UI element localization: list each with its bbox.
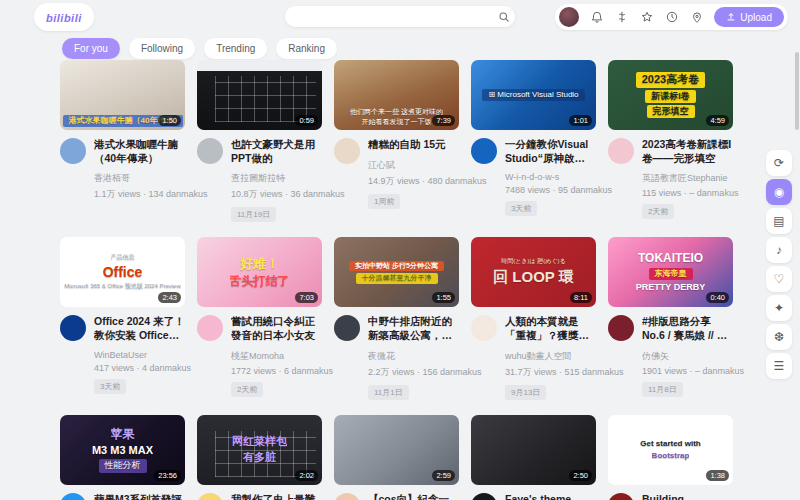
video-card: 0:59 也許文豪野犬是用PPT做的 查拉圖斯拉特 10.8万 views · …	[197, 60, 322, 222]
video-card: Get started withBootstrap 1:38 Building …	[608, 415, 733, 500]
uploader-avatar[interactable]	[471, 138, 497, 164]
video-title[interactable]: 人類的本質就是「重複」？獲獎動畫短片《LOOP》	[505, 315, 596, 342]
uploader-name[interactable]: 英語教書匠Stephanie	[642, 172, 733, 185]
menu-icon[interactable]: ☰	[766, 353, 792, 379]
video-thumbnail[interactable]: 港式水果咖喱牛腩（40年传承） 1:50	[60, 60, 185, 130]
upload-button[interactable]: Upload	[714, 7, 784, 27]
video-meta: 2023高考卷新課標I卷——完形填空 英語教書匠Stephanie 115 vi…	[642, 138, 733, 219]
video-thumbnail[interactable]: 時間(とき)は 廻(めぐ)る回 LOOP 環 8:11	[471, 237, 596, 307]
page-scrollbar[interactable]	[795, 52, 799, 130]
video-title[interactable]: 糟糕的自助 15元	[368, 138, 459, 152]
uploader-avatar[interactable]	[197, 493, 223, 500]
camera-icon[interactable]: ◉	[766, 179, 792, 205]
uploader-name[interactable]: WinBetaUser	[94, 350, 185, 360]
notifications-icon[interactable]	[589, 10, 604, 25]
video-thumbnail[interactable]: 苹果M3 M3 MAX性能分析 23:56	[60, 415, 185, 485]
video-thumbnail[interactable]: 网红菜样包有多脏 2:02	[197, 415, 322, 485]
location-icon[interactable]	[689, 10, 704, 25]
uploader-avatar[interactable]	[60, 493, 86, 500]
uploader-avatar[interactable]	[471, 315, 497, 341]
tab-following[interactable]: Following	[129, 38, 195, 59]
video-title[interactable]: 2023高考卷新課標I卷——完形填空	[642, 138, 733, 165]
video-meta: 蘋果M3系列首發評測：Max早該如此 极客湾Geekerwan 86.4万 vi…	[94, 493, 185, 500]
tab-trending[interactable]: Trending	[204, 38, 267, 59]
dynamics-icon[interactable]	[614, 10, 629, 25]
user-avatar[interactable]	[559, 7, 579, 27]
video-thumbnail[interactable]: 好难！舌头打结了 7:03	[197, 237, 322, 307]
uploader-name[interactable]: 仿佛矢	[642, 350, 733, 363]
uploader-avatar[interactable]	[334, 138, 360, 164]
video-grid: 港式水果咖喱牛腩（40年传承） 1:50 港式水果咖喱牛腩（40年傳承） 香港栢…	[60, 60, 733, 500]
uploader-name[interactable]: 江心賦	[368, 159, 459, 172]
video-title[interactable]: Faye's theme	[505, 493, 596, 500]
uploader-name[interactable]: 查拉圖斯拉特	[231, 172, 322, 185]
tab-for-you[interactable]: For you	[62, 38, 120, 59]
video-info: 【cos向】紀念一下在不列顛出道的三次元 上智月頭聖誕樹 8.2万 views …	[334, 493, 459, 500]
publish-date-badge: 2天前	[231, 382, 263, 397]
video-title[interactable]: 也許文豪野犬是用PPT做的	[231, 138, 322, 165]
video-title[interactable]: #排版思路分享 No.6 / 賽馬娘 // 東海帝皇	[642, 315, 733, 342]
uploader-name[interactable]: 香港栢哥	[94, 172, 185, 185]
video-title[interactable]: 中野牛排店附近的新築高級公寓，十分溫馨甚至九分乾淨	[368, 315, 459, 342]
video-meta: 嘗試用繞口令糾正發音的日本小女友 桃笙Momoha 1772 views · 6…	[231, 315, 322, 396]
uploader-avatar[interactable]	[608, 493, 634, 500]
uploader-avatar[interactable]	[608, 315, 634, 341]
sparkle-icon[interactable]: ✦	[766, 295, 792, 321]
uploader-name[interactable]: wuhu動畫人空間	[505, 350, 596, 363]
video-title[interactable]: 嘗試用繞口令糾正發音的日本小女友	[231, 315, 322, 342]
video-title[interactable]: Office 2024 来了！教你安装 Office 2024 预览版!	[94, 315, 185, 342]
like-icon[interactable]: ♡	[766, 266, 792, 292]
uploader-avatar[interactable]	[197, 315, 223, 341]
video-title[interactable]: 【cos向】紀念一下在不列顛出道的三次元	[368, 493, 459, 500]
duration-badge: 7:03	[295, 292, 318, 303]
search-bar[interactable]	[285, 6, 515, 27]
video-thumbnail[interactable]: 2023高考卷新课标I卷完形填空 4:59	[608, 60, 733, 130]
video-title[interactable]: Building Components	[642, 493, 733, 500]
uploader-avatar[interactable]	[334, 315, 360, 341]
duration-badge: 2:02	[295, 470, 318, 481]
video-title[interactable]: 我製作了史上最難的工程損譜包。[FL2!]	[231, 493, 322, 500]
music-icon[interactable]: ♪	[766, 237, 792, 263]
uploader-name[interactable]: W-i-n-d-o-w-s	[505, 172, 596, 182]
uploader-name[interactable]: 夜微花	[368, 350, 459, 363]
duration-badge: 1:38	[706, 470, 729, 481]
uploader-name[interactable]: 桃笙Momoha	[231, 350, 322, 363]
search-icon[interactable]	[493, 11, 515, 23]
publish-date-badge: 3天前	[94, 379, 126, 394]
video-thumbnail[interactable]: Get started withBootstrap 1:38	[608, 415, 733, 485]
video-thumbnail[interactable]: 2:59	[334, 415, 459, 485]
panel-icon[interactable]: ▤	[766, 208, 792, 234]
video-thumbnail[interactable]: 2:50	[471, 415, 596, 485]
search-input[interactable]	[285, 11, 493, 22]
history-icon[interactable]	[664, 10, 679, 25]
video-info: 一分鐘教你Visual Studio“原神啟動”！（適用於Blend） W-i-…	[471, 138, 596, 216]
video-meta: 港式水果咖喱牛腩（40年傳承） 香港栢哥 1.1万 views · 134 da…	[94, 138, 185, 201]
uploader-avatar[interactable]	[60, 138, 86, 164]
tab-ranking[interactable]: Ranking	[276, 38, 337, 59]
snow-icon[interactable]: ❆	[766, 324, 792, 350]
duration-badge: 1:01	[569, 115, 592, 126]
video-thumbnail[interactable]: 0:59	[197, 60, 322, 130]
video-thumbnail[interactable]: ⊞ Microsoft Visual Studio 1:01	[471, 60, 596, 130]
refresh-icon[interactable]: ⟳	[766, 150, 792, 176]
video-info: 中野牛排店附近的新築高級公寓，十分溫馨甚至九分乾淨 夜微花 2.2万 views…	[334, 315, 459, 399]
video-info: #排版思路分享 No.6 / 賽馬娘 // 東海帝皇 仿佛矢 1901 view…	[608, 315, 733, 396]
video-meta: Building Components 阿Q-_-Q 1 views · – d…	[642, 493, 733, 500]
uploader-avatar[interactable]	[471, 493, 497, 500]
site-logo[interactable]: bilibili	[34, 3, 94, 31]
video-thumbnail[interactable]: 实拍中野站 步行5分钟公寓十分温馨甚至九分干净 1:55	[334, 237, 459, 307]
video-title[interactable]: 一分鐘教你Visual Studio“原神啟動”！（適用於Blend）	[505, 138, 596, 165]
video-thumbnail[interactable]: TOKAITEIO东海帝皇PRETTY DERBY 0:40	[608, 237, 733, 307]
uploader-avatar[interactable]	[334, 493, 360, 500]
video-meta: 人類的本質就是「重複」？獲獎動畫短片《LOOP》 wuhu動畫人空間 31.7万…	[505, 315, 596, 399]
video-thumbnail[interactable]: 产品信息OfficeMicrosoft 365 & Office 预览版 202…	[60, 237, 185, 307]
favorites-icon[interactable]	[639, 10, 654, 25]
video-title[interactable]: 港式水果咖喱牛腩（40年傳承）	[94, 138, 185, 165]
uploader-avatar[interactable]	[197, 138, 223, 164]
video-title[interactable]: 蘋果M3系列首發評測：Max早該如此	[94, 493, 185, 500]
publish-date-badge: 11月19日	[231, 207, 276, 222]
view-danmaku-stats: 1901 views · – danmakus	[642, 366, 733, 376]
video-thumbnail[interactable]: 他们两个来一些 这煮更对味的开始看看发现了一下饭 7:39	[334, 60, 459, 130]
uploader-avatar[interactable]	[608, 138, 634, 164]
uploader-avatar[interactable]	[60, 315, 86, 341]
